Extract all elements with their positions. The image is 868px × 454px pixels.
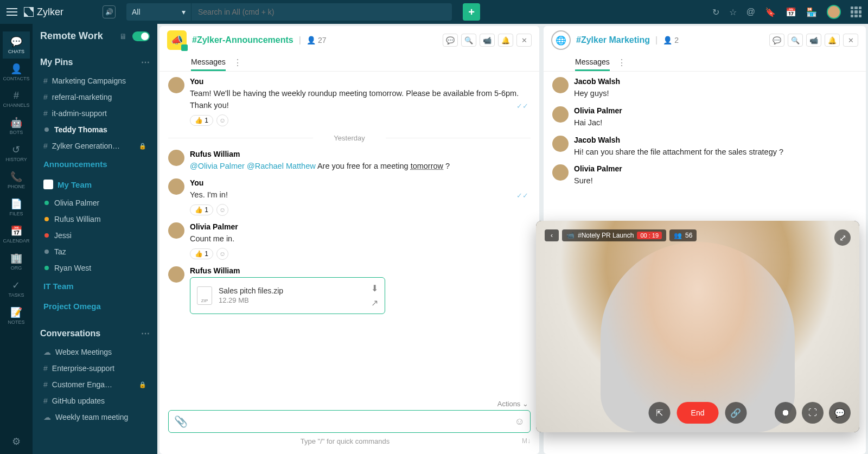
sidebar-item[interactable]: Jessi (40, 227, 150, 244)
rail-tasks[interactable]: ✓TASKS (3, 275, 29, 302)
add-reaction-icon[interactable]: ☺ (216, 248, 228, 260)
share-screen-icon[interactable]: ⇱ (649, 402, 671, 424)
brand: Zylker (24, 7, 63, 18)
store-icon[interactable]: 🏪 (806, 7, 817, 17)
rail-chats[interactable]: 💬CHATS (3, 31, 29, 59)
reaction[interactable]: 👍 1 (190, 248, 213, 259)
expand-icon[interactable]: ⤢ (834, 229, 851, 246)
cat-myteam[interactable]: My Team (40, 174, 150, 195)
add-reaction-icon[interactable]: ☺ (216, 204, 228, 216)
rail-notes[interactable]: 📝NOTES (3, 302, 29, 329)
close-icon[interactable]: ✕ (843, 34, 858, 47)
share-icon[interactable]: ↗ (371, 298, 378, 308)
message-author: Olivia Palmer (190, 222, 531, 231)
tab-more-icon[interactable]: ⋮ (233, 57, 242, 68)
status-toggle[interactable] (132, 31, 150, 41)
video-icon[interactable]: 📹 (806, 34, 821, 47)
sidebar-item[interactable]: Rufus William (40, 211, 150, 227)
add-button[interactable]: + (463, 3, 480, 21)
search-icon[interactable]: 🔍 (461, 34, 476, 47)
channel-members[interactable]: 👤 27 (307, 36, 327, 44)
rail-history[interactable]: ↺HISTORY (3, 139, 29, 167)
message-author: You (190, 77, 531, 86)
actions-dropdown[interactable]: Actions ⌄ (497, 400, 528, 408)
tab-messages[interactable]: Messages (191, 54, 226, 71)
refresh-icon[interactable]: ↻ (712, 7, 719, 17)
cat-it[interactable]: IT Team (40, 276, 150, 296)
record-icon[interactable]: ⏺ (775, 402, 796, 424)
chat-icon[interactable]: 💬 (829, 402, 851, 424)
close-icon[interactable]: ✕ (516, 34, 532, 47)
avatar (168, 77, 184, 93)
viewer-count[interactable]: 👥 56 (669, 229, 697, 241)
sidebar-item[interactable]: #it-admin-support (40, 105, 150, 122)
message-composer: 📎 ☺ (168, 410, 531, 433)
sidebar-item[interactable]: Teddy Thomas (40, 122, 150, 138)
rail-org[interactable]: 🏢ORG (3, 248, 29, 275)
bell-icon[interactable]: 🔔 (825, 34, 840, 47)
link-icon[interactable]: 🔗 (725, 402, 746, 424)
topbar-actions: ↻ ☆ @ 🔖 📅 🏪 (712, 5, 861, 19)
back-icon[interactable]: ‹ (545, 229, 559, 241)
rail-contacts[interactable]: 👤CONTACTS (3, 59, 29, 86)
video-title-bar: 📹 #Notely PR Launch 00 : 19 (562, 229, 666, 241)
mention-icon[interactable]: @ (746, 7, 755, 17)
markdown-icon[interactable]: M↓ (522, 437, 531, 445)
conv-title: Conversations (40, 329, 100, 338)
channel-name[interactable]: #Zylker Marketing (576, 35, 650, 45)
sidebar-item[interactable]: #Enterprise-support (40, 360, 150, 376)
chat-icon[interactable]: 💬 (769, 34, 784, 47)
more-icon[interactable]: ⋯ (141, 328, 150, 338)
tab-messages[interactable]: Messages (575, 54, 610, 71)
message-text: Sure! (574, 175, 857, 187)
sidebar-item[interactable]: ☁Weekly team meeting (40, 409, 150, 425)
sidebar-item[interactable]: #referral-marketing (40, 89, 150, 105)
user-avatar[interactable] (827, 5, 841, 19)
bell-icon[interactable]: 🔔 (498, 34, 513, 47)
file-attachment[interactable]: ZIPSales pitch files.zip12.29 MB⬇↗ (190, 277, 385, 314)
sidebar-item[interactable]: #Zylker Generation…🔒 (40, 138, 150, 154)
rail-phone[interactable]: 📞PHONE (3, 167, 29, 194)
rail-bots[interactable]: 🤖BOTS (3, 112, 29, 139)
sidebar-item[interactable]: #Customer Enga…🔒 (40, 376, 150, 393)
sidebar-item[interactable]: Taz (40, 244, 150, 260)
attach-icon[interactable]: 📎 (174, 415, 188, 428)
bookmark-icon[interactable]: 🔖 (765, 7, 776, 17)
more-icon[interactable]: ⋯ (141, 57, 150, 67)
apps-icon[interactable] (851, 7, 861, 17)
sidebar-item[interactable]: Olivia Palmer (40, 195, 150, 211)
search-icon[interactable]: 🔍 (788, 34, 803, 47)
monitor-icon[interactable]: 🖥 (119, 32, 127, 41)
fullscreen-icon[interactable]: ⛶ (802, 402, 824, 424)
download-icon[interactable]: ⬇ (371, 283, 378, 293)
sidebar-item[interactable]: #GitHub updates (40, 393, 150, 409)
search-input[interactable] (192, 3, 452, 21)
sidebar-item[interactable]: #Marketing Campaigns (40, 73, 150, 89)
menu-icon[interactable] (7, 8, 17, 16)
rail-calendar[interactable]: 📅CALENDAR (3, 221, 29, 248)
channel-members[interactable]: 👤 2 (663, 36, 679, 44)
star-icon[interactable]: ☆ (729, 7, 737, 17)
reaction[interactable]: 👍 1 (190, 204, 213, 215)
left-panel: 📣 #Zylker-Announcements | 👤 27 💬 🔍 📹 🔔 ✕… (159, 26, 539, 454)
chat-icon[interactable]: 💬 (443, 34, 458, 47)
cat-announcements[interactable]: Announcements (40, 154, 150, 174)
rail-channels[interactable]: #CHANNELS (3, 86, 29, 112)
video-icon[interactable]: 📹 (480, 34, 495, 47)
search-scope-dropdown[interactable]: All ▾ (126, 3, 192, 21)
tab-more-icon[interactable]: ⋮ (617, 57, 626, 68)
calendar-icon[interactable]: 📅 (786, 7, 796, 17)
sidebar-item[interactable]: ☁Webex Meetings (40, 344, 150, 360)
settings-icon[interactable]: ⚙ (12, 429, 21, 454)
cat-omega[interactable]: Project Omega (40, 296, 150, 316)
sidebar-item[interactable]: Ryan West (40, 260, 150, 276)
emoji-icon[interactable]: ☺ (515, 416, 525, 427)
avatar (552, 136, 569, 152)
channel-name[interactable]: #Zylker-Announcements (192, 35, 293, 45)
add-reaction-icon[interactable]: ☺ (216, 114, 228, 126)
end-call-button[interactable]: End (677, 402, 719, 424)
reaction[interactable]: 👍 1 (190, 115, 213, 126)
rail-files[interactable]: 📄FILES (3, 194, 29, 221)
speaker-icon[interactable]: 🔊 (103, 5, 116, 18)
message-input[interactable] (193, 417, 509, 426)
